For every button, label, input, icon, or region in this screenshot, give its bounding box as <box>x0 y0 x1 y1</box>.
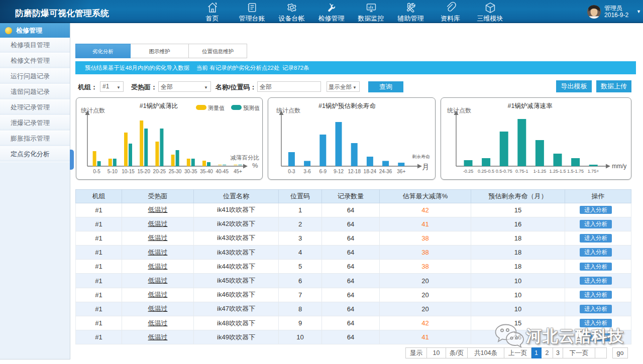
svg-text:25-30: 25-30 <box>169 169 182 174</box>
svg-text:1.25-1.5: 1.25-1.5 <box>549 169 566 174</box>
svg-text:预测值: 预测值 <box>243 105 260 111</box>
svg-text:减薄百分比: 减薄百分比 <box>231 155 260 161</box>
svg-text:#1锅炉减薄速率: #1锅炉减薄速率 <box>508 102 553 109</box>
svg-text:6-9: 6-9 <box>319 169 327 174</box>
svg-text:0.5-0.75: 0.5-0.75 <box>496 169 512 174</box>
svg-text:40-45: 40-45 <box>216 169 229 174</box>
svg-text:9-12: 9-12 <box>334 169 344 174</box>
svg-text:30-35: 30-35 <box>184 169 197 174</box>
svg-text:#1锅炉预估剩余寿命: #1锅炉预估剩余寿命 <box>318 102 376 109</box>
svg-text:3-6: 3-6 <box>303 169 311 174</box>
svg-text:45+: 45+ <box>234 169 242 174</box>
svg-text:统计点数: 统计点数 <box>447 107 471 114</box>
svg-text:10-15: 10-15 <box>122 169 135 174</box>
svg-text:20-25: 20-25 <box>153 169 166 174</box>
svg-text:12-18: 12-18 <box>348 169 361 174</box>
svg-text:0-3: 0-3 <box>288 169 295 174</box>
svg-text:0.75-1: 0.75-1 <box>515 169 528 174</box>
svg-text:mm/y: mm/y <box>612 163 626 170</box>
svg-text:0.25-0.5: 0.25-0.5 <box>478 169 494 174</box>
svg-text:-0.25: -0.25 <box>463 169 474 174</box>
svg-text:1-1.25: 1-1.25 <box>533 169 547 174</box>
svg-text:5-10: 5-10 <box>108 169 118 174</box>
svg-text:36+: 36+ <box>397 169 405 174</box>
svg-text:#1锅炉减薄比: #1锅炉减薄比 <box>140 102 178 109</box>
svg-text:测量值: 测量值 <box>208 105 225 111</box>
svg-text:24-36: 24-36 <box>379 169 392 174</box>
svg-text:35-40: 35-40 <box>200 169 213 174</box>
svg-text:月: 月 <box>422 163 429 171</box>
svg-text:%: % <box>252 162 258 169</box>
svg-text:0-5: 0-5 <box>93 169 100 174</box>
svg-text:1.75+: 1.75+ <box>588 169 599 174</box>
svg-text:统计点数: 统计点数 <box>276 107 300 114</box>
svg-text:18-24: 18-24 <box>364 169 377 174</box>
svg-text:剩余寿命: 剩余寿命 <box>412 154 430 159</box>
svg-text:1.5-1.75: 1.5-1.75 <box>567 169 584 174</box>
svg-text:统计点数: 统计点数 <box>81 107 105 114</box>
svg-text:15-20: 15-20 <box>137 169 150 174</box>
